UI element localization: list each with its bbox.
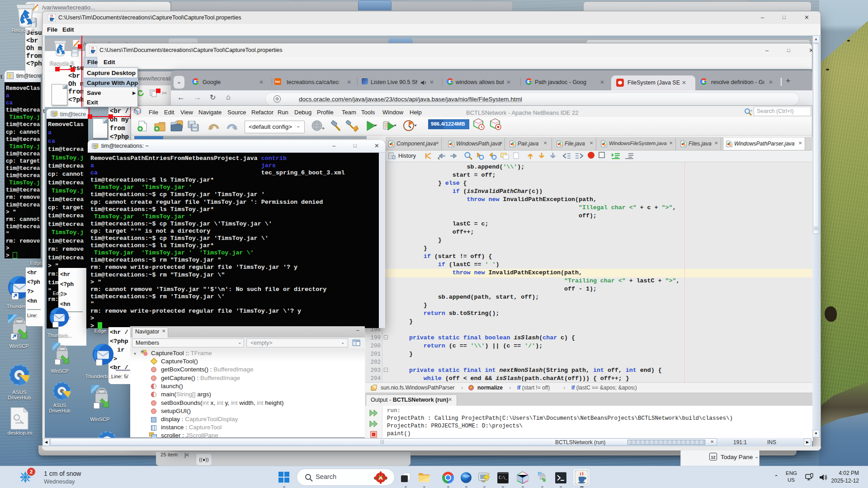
svg-text:C:\_: C:\_ [499, 476, 507, 480]
